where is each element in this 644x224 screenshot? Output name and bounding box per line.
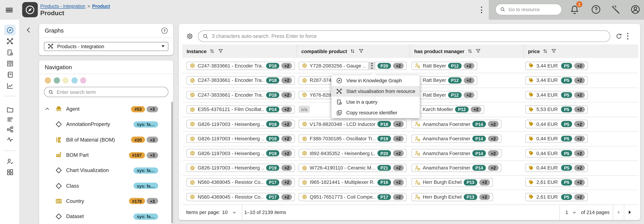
account-icon[interactable] bbox=[630, 4, 641, 15]
instance-cell[interactable]: N560-4369045 - Resistor Co…P17+2 bbox=[187, 178, 295, 187]
page-number[interactable]: 1 bbox=[566, 205, 568, 220]
legend-dot[interactable] bbox=[71, 77, 78, 84]
rail-item-network[interactable] bbox=[4, 36, 16, 47]
product-cell[interactable]: I965-1821441 - Multiplexer R…P16+2 bbox=[298, 178, 406, 187]
rail-item-person-check[interactable] bbox=[4, 156, 16, 167]
collapse-panel-icon[interactable] bbox=[24, 26, 33, 34]
price-cell[interactable]: 3,44 EURP5+2 bbox=[525, 76, 588, 84]
context-menu-item[interactable]: View in Knowledge Graph bbox=[332, 75, 420, 86]
manager-cell[interactable]: Karch MoellerP12+2 bbox=[412, 105, 484, 114]
product-cell[interactable]: V178-8820348 - LCD InductorP18+2 bbox=[298, 120, 406, 128]
tree-item[interactable]: Agent#53+3 bbox=[44, 101, 158, 117]
breadcrumb-current[interactable]: Product bbox=[92, 4, 110, 9]
instance-cell[interactable]: G826-1197003 - Heisenberg …P19+2 bbox=[187, 120, 295, 128]
rail-item-compass[interactable] bbox=[4, 25, 16, 35]
instance-cell[interactable]: C247-3833661 - Encoder Tra…P18+2 bbox=[187, 91, 295, 99]
legend-dot[interactable] bbox=[62, 77, 69, 84]
global-search-input[interactable]: Go to resource bbox=[495, 4, 562, 15]
price-cell[interactable]: 0,44 EURP5+2 bbox=[525, 120, 588, 128]
tree-item-label: Agent bbox=[66, 106, 80, 112]
graphs-help-icon[interactable]: ? bbox=[162, 27, 168, 34]
manager-cell[interactable]: Anamchara FoerstnerP14+2 bbox=[412, 120, 502, 128]
column-header[interactable]: Instance bbox=[182, 45, 296, 58]
column-header[interactable]: price bbox=[523, 45, 638, 58]
manager-cell[interactable]: Ratt BeyerP12+2 bbox=[412, 76, 477, 84]
product-cell[interactable]: I892-8435352 - Heisenberg L…P20+2 bbox=[298, 149, 406, 158]
column-header[interactable]: compatible product bbox=[296, 45, 410, 58]
tree-item[interactable]: BOM Part#197+3 bbox=[44, 148, 158, 163]
price-cell[interactable]: 3,44 EURP5+2 bbox=[525, 62, 588, 70]
tree-item[interactable]: Chart Visualizationsys: fa… bbox=[44, 163, 158, 178]
more-pill: +2 bbox=[488, 136, 498, 142]
price-cell[interactable]: 5,53 EURP5+2 bbox=[525, 105, 588, 114]
manager-cell[interactable]: Ratt BeyerP12+2 bbox=[412, 91, 477, 99]
column-header[interactable]: has product manager bbox=[410, 45, 523, 58]
product-cell[interactable]: Y728-2083256 - Gauge …P20+2 bbox=[298, 62, 406, 70]
next-page-icon[interactable] bbox=[626, 209, 633, 216]
hamburger-menu-icon[interactable] bbox=[6, 8, 13, 13]
manager-cell[interactable]: Ratt BeyerP12+2 bbox=[412, 62, 477, 70]
tree-item[interactable]: Country#178+3 bbox=[44, 193, 158, 209]
rail-item-chart-line[interactable] bbox=[4, 80, 16, 91]
chevron-down-icon[interactable] bbox=[572, 210, 577, 215]
context-menu-item[interactable]: Copy resource identifier bbox=[332, 107, 420, 118]
price-cell[interactable]: 0,44 EURP5+2 bbox=[525, 164, 588, 172]
manager-cell[interactable]: Anamchara FoerstnerP14+2 bbox=[412, 134, 502, 143]
product-cell[interactable]: Q951-7651773 - Coil Compe…P17+2 bbox=[298, 193, 406, 201]
price-cell[interactable]: 2,61 EURP5+2 bbox=[525, 193, 588, 201]
instance-cell[interactable]: G826-1197003 - Heisenberg …P19+2 bbox=[187, 149, 295, 158]
wand-icon[interactable] bbox=[610, 4, 621, 15]
tree-item[interactable]: Classsys: fa… bbox=[44, 178, 158, 193]
rail-item-folder[interactable] bbox=[4, 104, 16, 115]
manager-cell[interactable]: Anamchara FoerstnerP14+2 bbox=[412, 149, 502, 158]
chevron-down-icon[interactable] bbox=[232, 210, 237, 215]
context-menu-item[interactable]: Use in a query bbox=[332, 97, 420, 107]
rail-item-text-lines[interactable] bbox=[4, 114, 16, 125]
graph-select-dropdown[interactable]: Products - Integration bbox=[44, 42, 168, 51]
header-kebab-menu[interactable] bbox=[481, 7, 482, 13]
rail-item-book[interactable] bbox=[4, 58, 16, 69]
instance-cell[interactable]: G826-1197003 - Heisenberg …P19+2 bbox=[187, 164, 295, 172]
settings-gear-icon[interactable] bbox=[186, 32, 194, 40]
manager-cell[interactable]: Anamchara FoerstnerP14+2 bbox=[412, 164, 502, 172]
help-icon[interactable] bbox=[590, 4, 601, 15]
price-cell[interactable]: 0,44 EURP5+2 bbox=[525, 149, 588, 158]
app-logo[interactable] bbox=[22, 2, 38, 17]
manager-cell[interactable]: Herr Burgh EichelP13+2 bbox=[412, 178, 493, 187]
rail-item-database-eye[interactable] bbox=[4, 47, 16, 58]
p-pill: P19 bbox=[266, 150, 279, 156]
instance-cell[interactable]: C247-3833661 - Encoder Tra…P18+2 bbox=[187, 76, 295, 84]
instance-cell[interactable]: C247-3833661 - Encoder Tra…P18+2 bbox=[187, 62, 295, 70]
tree-item[interactable]: Datasetsys: fa… bbox=[44, 209, 158, 224]
product-cell[interactable]: F388-7030185 - Oscillator Tr…P19+2 bbox=[298, 134, 406, 143]
rail-item-grid[interactable] bbox=[4, 167, 16, 177]
person-check-icon bbox=[6, 157, 14, 165]
breadcrumb-link[interactable]: Products - Integration bbox=[40, 4, 85, 9]
legend-dot[interactable] bbox=[45, 77, 51, 84]
price-cell[interactable]: 2,61 EURP5+2 bbox=[525, 178, 588, 187]
table-kebab-menu[interactable] bbox=[627, 33, 628, 39]
navigation-scrollbar[interactable] bbox=[171, 102, 173, 223]
refresh-icon[interactable] bbox=[615, 32, 622, 40]
instance-cell[interactable]: N560-4369045 - Resistor Co…P17+2 bbox=[187, 193, 295, 201]
rail-item-notebook[interactable] bbox=[4, 69, 16, 80]
instance-cell[interactable]: E355-4376121 - Film Oscillat…P14+2 bbox=[187, 105, 295, 114]
price-cell[interactable]: 3,44 EURP5+2 bbox=[525, 91, 588, 99]
row-separator bbox=[182, 160, 638, 161]
manager-cell[interactable]: Herr Burgh EichelP13+2 bbox=[412, 193, 493, 201]
items-per-page-value[interactable]: 10 bbox=[222, 205, 228, 220]
tree-item[interactable]: Bill of Material (BOM)#20+3 bbox=[44, 132, 158, 148]
tree-item[interactable]: AnnotationPropertysys: fa… bbox=[44, 117, 158, 132]
product-cell[interactable]: W726-4190110 - Ceramic M…P21+2 bbox=[298, 164, 406, 172]
context-menu-item[interactable]: Start visualisation from resource bbox=[332, 86, 420, 97]
previous-page-icon[interactable] bbox=[615, 209, 622, 216]
rail-item-flow[interactable] bbox=[4, 124, 16, 135]
table-search-input[interactable]: 3 characters auto-search. Press Enter to… bbox=[198, 31, 610, 42]
rail-item-pulse[interactable] bbox=[4, 134, 16, 144]
legend-dot[interactable] bbox=[80, 77, 86, 84]
navigation-search-input[interactable]: Enter search term bbox=[44, 87, 168, 97]
legend-dot[interactable] bbox=[54, 77, 60, 84]
cell-kebab-menu[interactable] bbox=[368, 62, 376, 70]
price-cell[interactable]: 0,44 EURP5+2 bbox=[525, 134, 588, 143]
instance-cell[interactable]: G826-1197003 - Heisenberg …P19+2 bbox=[187, 134, 295, 143]
